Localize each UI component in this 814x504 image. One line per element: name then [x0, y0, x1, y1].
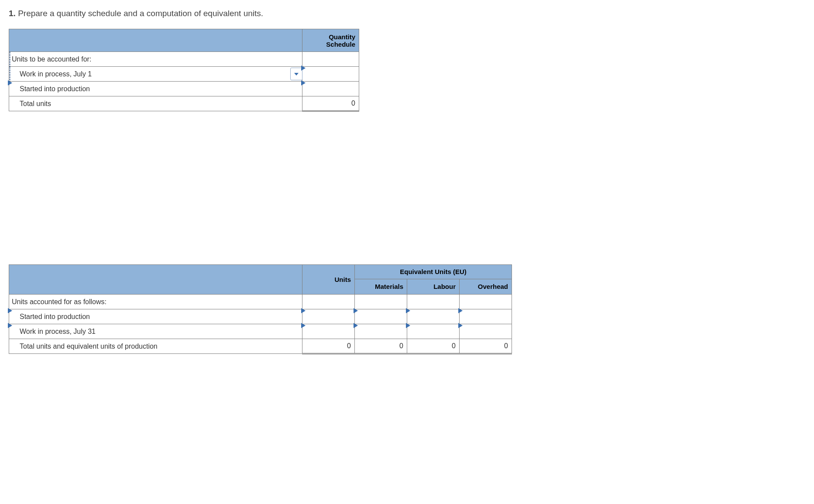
drag-handle-icon[interactable] — [9, 67, 10, 81]
table2-section-labour[interactable] — [407, 295, 460, 309]
table2-section-label: Units accounted for as follows: — [9, 295, 302, 309]
input-marker-icon — [354, 308, 358, 313]
input-marker-icon — [8, 323, 12, 328]
table2-started-materials[interactable] — [355, 309, 407, 324]
equivalent-units-table: Units Equivalent Units (EU) Materials La… — [9, 264, 805, 354]
quantity-schedule-table: Quantity Schedule Units to be accounted … — [9, 29, 805, 112]
table2-started-overhead[interactable] — [460, 309, 512, 324]
table1-total-value: 0 — [302, 96, 359, 111]
input-marker-icon — [301, 323, 306, 328]
table2-wip-overhead[interactable] — [460, 324, 512, 339]
input-marker-icon — [458, 323, 463, 328]
table2-header-group: Equivalent Units (EU) — [355, 265, 512, 279]
instruction-text: 1. Prepare a quantity schedule and a com… — [9, 9, 805, 18]
table2-total-units: 0 — [302, 339, 355, 354]
table1-started-label: Started into production — [9, 82, 302, 96]
drag-handle-icon[interactable] — [9, 52, 10, 66]
table2-header-materials: Materials — [355, 279, 407, 294]
table1-started-text: Started into production — [20, 85, 90, 93]
instruction-number: 1. — [9, 9, 16, 18]
input-marker-icon — [406, 308, 410, 313]
table1-wip-label[interactable]: Work in process, July 1 — [9, 67, 302, 82]
table2-section-units[interactable] — [302, 295, 355, 309]
input-marker-icon — [301, 308, 306, 313]
table2-started-label: Started into production — [9, 309, 302, 324]
instruction-body: Prepare a quantity schedule and a comput… — [18, 9, 263, 18]
dropdown-button[interactable] — [290, 68, 302, 80]
table2-total-overhead: 0 — [460, 339, 512, 354]
table2-wip-materials[interactable] — [355, 324, 407, 339]
table1-wip-text: Work in process, July 1 — [20, 70, 92, 78]
table2-section-materials[interactable] — [355, 295, 407, 309]
table2-header-labour: Labour — [407, 279, 460, 294]
input-marker-icon — [406, 323, 410, 328]
table1-header-qty: Quantity Schedule — [302, 29, 359, 52]
table2-header-overhead: Overhead — [460, 279, 512, 294]
table2-total-label: Total units and equivalent units of prod… — [9, 339, 302, 354]
table1-section-label: Units to be accounted for: — [9, 52, 302, 67]
chevron-down-icon — [294, 72, 299, 76]
table2-total-materials: 0 — [355, 339, 407, 354]
table2-started-labour[interactable] — [407, 309, 460, 324]
input-marker-icon — [8, 80, 12, 86]
input-marker-icon — [354, 323, 358, 328]
table2-wip-label: Work in process, July 31 — [9, 324, 302, 339]
table1-section-text: Units to be accounted for: — [12, 55, 91, 63]
table2-wip-labour[interactable] — [407, 324, 460, 339]
input-marker-icon — [301, 65, 306, 71]
input-marker-icon — [8, 308, 12, 313]
table1-total-label: Total units — [9, 96, 302, 111]
table2-header-blank — [9, 265, 302, 295]
table2-started-text: Started into production — [20, 313, 90, 320]
table2-started-units[interactable] — [302, 309, 355, 324]
table1-section-value[interactable] — [302, 52, 359, 67]
table2-header-units: Units — [302, 265, 355, 295]
table2-wip-units[interactable] — [302, 324, 355, 339]
input-marker-icon — [458, 308, 463, 313]
table2-total-labour: 0 — [407, 339, 460, 354]
table2-wip-text: Work in process, July 31 — [20, 328, 96, 335]
table1-wip-value[interactable] — [302, 67, 359, 82]
table1-total-text: Total units — [20, 100, 51, 107]
input-marker-icon — [301, 80, 306, 86]
table1-header-blank — [9, 29, 302, 52]
table2-section-overhead[interactable] — [460, 295, 512, 309]
table1-started-value[interactable] — [302, 82, 359, 96]
